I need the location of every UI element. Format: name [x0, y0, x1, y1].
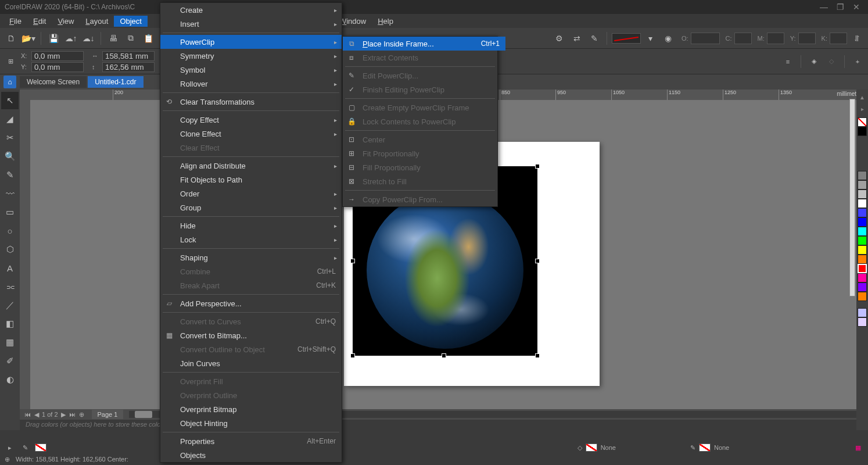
y-pos-input[interactable] [31, 62, 84, 72]
maximize-icon[interactable]: ❐ [833, 1, 847, 13]
handle-bm[interactable] [442, 353, 446, 358]
swatch-red[interactable] [858, 264, 867, 273]
handle-ml[interactable] [350, 259, 355, 263]
tab-document[interactable]: Untitled-1.cdr [88, 76, 143, 88]
palette-menu-icon[interactable]: ▸ [858, 106, 867, 115]
palette-up-icon[interactable]: ▲ [858, 94, 867, 103]
menu-powerclip[interactable]: PowerClip [160, 35, 342, 49]
menu-rollover[interactable]: Rollover [160, 77, 342, 91]
handle-mr[interactable] [535, 259, 540, 263]
menu-overprint-bitmap[interactable]: Overprint Bitmap [160, 402, 342, 416]
swatch-lavender[interactable] [858, 317, 867, 327]
eyedropper-tool-icon[interactable]: ✐ [1, 352, 19, 370]
handle-bl[interactable] [350, 353, 355, 358]
swatch-none[interactable] [858, 117, 867, 127]
swatch-magenta[interactable] [858, 273, 867, 282]
menu-symmetry[interactable]: Symmetry [160, 49, 342, 63]
fill-none-swatch[interactable] [586, 443, 597, 452]
text-tool-icon[interactable]: A [1, 259, 19, 277]
menu-object-hinting[interactable]: Object Hinting [160, 416, 342, 430]
open-icon[interactable]: 📂▾ [21, 31, 36, 46]
swatch-white[interactable] [858, 199, 867, 208]
swatch-black[interactable] [858, 127, 867, 136]
v-scrollbar[interactable] [849, 99, 855, 296]
swatch-cyan[interactable] [858, 227, 867, 236]
swatch-blue2[interactable] [858, 217, 867, 227]
color-wheel-icon[interactable]: ◉ [661, 31, 676, 46]
handle-tr[interactable] [535, 164, 540, 169]
gear-icon[interactable]: ⚙ [552, 31, 567, 46]
copy-icon[interactable]: ⧉ [123, 31, 138, 46]
add-icon[interactable]: + [851, 55, 865, 69]
swatch-green[interactable] [858, 236, 867, 245]
handle-br[interactable] [535, 353, 540, 358]
swatch-lblue[interactable] [858, 308, 867, 317]
o-input[interactable] [691, 33, 720, 44]
menu-properties[interactable]: PropertiesAlt+Enter [160, 434, 342, 448]
document-palette-hint[interactable]: Drag colors (or objects) here to store t… [20, 420, 868, 430]
menu-shaping[interactable]: Shaping [160, 251, 342, 264]
last-page-icon[interactable]: ⏭ [69, 411, 77, 418]
close-icon[interactable]: ✕ [849, 1, 863, 13]
menu-add-perspective[interactable]: ▱Add Perspective... [160, 296, 342, 310]
menu-file[interactable]: FFileile [3, 16, 27, 27]
add-page-icon[interactable]: ⊕ [78, 411, 86, 419]
layer-link-icon[interactable]: ◇ [824, 55, 838, 69]
parallel-tool-icon[interactable]: ⫗ [1, 278, 19, 295]
menu-group[interactable]: Group [160, 201, 342, 214]
menu-objects[interactable]: Objects [160, 448, 342, 462]
shadow-tool-icon[interactable]: ◧ [1, 315, 19, 332]
save-icon[interactable]: 💾 [46, 31, 61, 46]
m-input[interactable] [767, 33, 784, 44]
page-tab[interactable]: Page 1 [92, 410, 124, 419]
minimize-icon[interactable]: — [817, 1, 831, 13]
zoom-tool-icon[interactable]: 🔍 [1, 148, 19, 165]
outline-pen-icon[interactable]: ✎ [20, 442, 30, 453]
pen-options-icon[interactable]: ✎ [587, 31, 602, 46]
swatch-lgray[interactable] [858, 180, 867, 189]
polygon-tool-icon[interactable]: ⬡ [1, 241, 19, 258]
rectangle-tool-icon[interactable]: ▭ [1, 203, 19, 221]
menu-align[interactable]: Align and Distribute [160, 159, 342, 173]
ellipse-tool-icon[interactable]: ○ [1, 222, 19, 239]
menu-copy-effect[interactable]: Copy Effect [160, 113, 342, 127]
swatch-blue[interactable] [858, 208, 867, 217]
swatch-orange2[interactable] [858, 292, 867, 301]
pick-tool-icon[interactable]: ↖ [1, 92, 19, 109]
swatch-gray[interactable] [858, 171, 867, 180]
c-input[interactable] [734, 33, 752, 44]
crop-tool-icon[interactable]: ✂ [1, 129, 19, 146]
dropdown-icon[interactable]: ▾ [643, 31, 658, 46]
next-page-icon[interactable]: ▶ [59, 411, 67, 419]
swatch-purple[interactable] [858, 282, 867, 292]
paste-icon[interactable]: 📋 [141, 31, 156, 46]
menu-clear-transformations[interactable]: ⟲Clear Transformations [160, 95, 342, 109]
menu-lock[interactable]: Lock [160, 233, 342, 246]
menu-order[interactable]: Order [160, 187, 342, 201]
x-input[interactable] [31, 51, 84, 61]
artistic-tool-icon[interactable]: 〰 [1, 185, 19, 202]
k-input[interactable] [830, 33, 847, 44]
menu-symbol[interactable]: Symbol [160, 63, 342, 77]
height-input[interactable] [102, 62, 155, 72]
stepper-icon[interactable]: ⥯ [849, 31, 865, 46]
y-input[interactable] [798, 33, 816, 44]
swatch-yellow[interactable] [858, 245, 867, 255]
menu-hide[interactable]: Hide [160, 219, 342, 233]
menu-join-curves[interactable]: Join Curves [160, 356, 342, 370]
menu-view[interactable]: View [52, 16, 80, 27]
outline-none-swatch[interactable] [699, 443, 711, 452]
outline-preview[interactable] [612, 33, 641, 44]
color-model-icon[interactable]: ▦ [853, 442, 863, 453]
freehand-tool-icon[interactable]: ✎ [1, 166, 19, 184]
tab-welcome[interactable]: Welcome Screen [20, 76, 87, 88]
menu-fit-path[interactable]: Fit Objects to Path [160, 173, 342, 187]
menu-create[interactable]: Create [160, 3, 342, 17]
origin-grid-icon[interactable]: ⊞ [3, 55, 17, 69]
print-icon[interactable]: 🖶 [106, 31, 121, 46]
fill-tool-icon[interactable]: ◐ [1, 371, 19, 388]
prev-page-icon[interactable]: ◀ [33, 411, 41, 419]
first-page-icon[interactable]: ⏮ [23, 411, 31, 418]
layers-icon[interactable]: ◈ [807, 55, 821, 69]
align-icon[interactable]: ≡ [781, 55, 795, 69]
